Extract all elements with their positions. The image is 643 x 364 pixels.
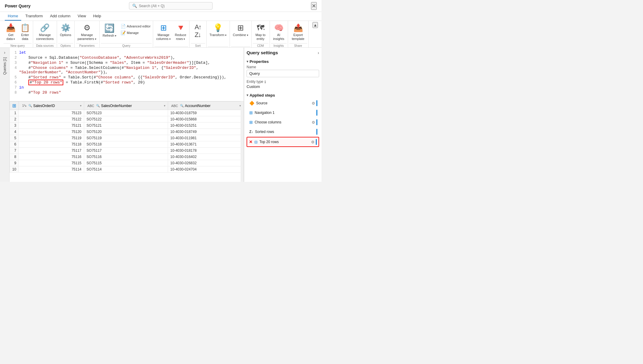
code-editor[interactable]: 1 let 2 Source = Sql.Database("ContosoDa… (10, 48, 244, 101)
step-choose-columns-gear-icon[interactable]: ⚙ (312, 120, 315, 125)
row-number-cell: 5 (10, 135, 19, 141)
search-input[interactable] (139, 4, 204, 8)
insights-group-label: Insights (271, 43, 287, 47)
vertical-scrollbar[interactable] (241, 101, 244, 182)
cell-accountnumber: 10-4030-015251 (168, 123, 243, 129)
close-button[interactable]: ✕ (311, 2, 317, 10)
get-data-button[interactable]: 📥 Getdata (4, 22, 18, 42)
reduce-rows-icon: 🔻 (176, 23, 185, 32)
table-row: 3 75121 SO75121 10-4030-015251 (10, 123, 244, 129)
advanced-editor-button[interactable]: 📄 Advanced editor (119, 23, 152, 29)
col-header-accountnumber[interactable]: ABC 🔍 AccountNumber ▾ (168, 102, 243, 110)
transform-group-label (208, 47, 228, 47)
panel-expand-icon[interactable]: › (318, 50, 319, 55)
step-choose-columns[interactable]: ⊞ Choose columns ⚙ (247, 118, 319, 127)
properties-section-label: Properties (250, 59, 269, 64)
name-property: Name Query (247, 65, 319, 80)
row-number-cell: 6 (10, 141, 19, 148)
ai-insights-button[interactable]: 🧠 AIinsights (271, 22, 287, 42)
col-sort-icon-2[interactable]: ▾ (164, 104, 165, 107)
cell-salesorderid: 75123 (19, 110, 84, 116)
step-top20rows[interactable]: ✕ ⊟ Top 20 rows ⚙ (247, 137, 319, 147)
step-sorted-rows[interactable]: Z↓ Sorted rows (247, 127, 319, 136)
step-sorted-rows-icon: Z↓ (249, 130, 253, 134)
options-button[interactable]: ⚙️ Options (58, 22, 73, 38)
combine-icon: ⊞ (237, 23, 244, 32)
cell-salesordernumber: SO75117 (84, 148, 168, 154)
col-search-icon-1: 🔍 (28, 104, 32, 107)
export-template-button[interactable]: 📤 Exporttemplate (289, 22, 307, 42)
row-number-cell: 3 (10, 123, 19, 129)
properties-toggle-icon: ▾ (247, 60, 248, 63)
refresh-icon: 🔄 (104, 23, 115, 33)
tab-add-column[interactable]: Add column (47, 12, 73, 21)
export-template-label: Exporttemplate (292, 33, 304, 41)
manage-connections-icon: 🔗 (40, 23, 50, 32)
reduce-rows-button[interactable]: 🔻 Reducerows (173, 22, 188, 42)
step-choose-columns-left: ⊞ Choose columns (249, 120, 281, 125)
search-icon: 🔍 (132, 4, 137, 8)
transform-button[interactable]: 💡 Transform (208, 22, 228, 38)
manage-parameters-icon: ⚙ (84, 23, 90, 32)
applied-steps-section-header[interactable]: ▾ Applied steps (247, 93, 319, 97)
ribbon-collapse-button[interactable]: ▲ (313, 22, 318, 28)
step-source[interactable]: 🔶 Source ⚙ (247, 99, 319, 108)
table-row: 9 75115 SO75115 10-4030-026832 (10, 160, 244, 166)
col-header-salesordernumber[interactable]: ABC 🔍 SalesOrderNumber ▾ (84, 102, 168, 110)
export-template-icon: 📤 (293, 23, 303, 32)
query-group-label: Query (101, 43, 152, 47)
manage-parameters-button[interactable]: ⚙ Manageparameters (76, 22, 98, 42)
get-data-label: Getdata (7, 33, 15, 41)
enter-data-icon: 📋 (20, 23, 30, 32)
step-navigation1-left: ⊞ Navigation 1 (249, 110, 275, 115)
data-table-container[interactable]: ⊞ 1²₃ 🔍 SalesOrderID ▾ (10, 101, 244, 182)
step-top20rows-icon: ⊟ (254, 140, 258, 144)
step-choose-columns-icon: ⊞ (249, 120, 253, 125)
tab-view[interactable]: View (75, 12, 89, 21)
refresh-button[interactable]: 🔄 Refresh (101, 22, 118, 39)
editor-area: 1 let 2 Source = Sql.Database("ContosoDa… (10, 48, 244, 182)
main-area: › Queries [1] 1 let 2 Source = Sql.Datab… (0, 48, 322, 182)
ai-insights-label: AIinsights (273, 33, 284, 41)
step-top20rows-gear-icon[interactable]: ⚙ (311, 140, 315, 144)
row-number-cell: 4 (10, 129, 19, 135)
tab-transform[interactable]: Transform (22, 12, 46, 21)
col-sort-icon-1[interactable]: ▾ (80, 104, 81, 107)
col-sort-icon-3[interactable]: ▾ (239, 104, 241, 107)
code-line-5: 5 #"Sorted rows" = Table.Sort(#"Choose c… (10, 75, 244, 80)
sort-icon: A↑Z↓ (195, 23, 201, 39)
sort-button[interactable]: A↑Z↓ (191, 22, 205, 41)
name-value[interactable]: Query (247, 70, 319, 77)
code-line-7: 7 in (10, 85, 244, 90)
map-to-entity-button[interactable]: 🗺 Map toentity (253, 22, 268, 42)
queries-panel[interactable]: › Queries [1] (0, 48, 10, 182)
manage-connections-button[interactable]: 🔗 Manageconnections (34, 22, 56, 42)
ribbon-group-options: ⚙️ Options Options (57, 21, 75, 47)
col-type-abc-icon-1: ABC (87, 104, 95, 108)
tab-home[interactable]: Home (5, 12, 21, 21)
cell-salesordernumber: SO75115 (84, 160, 168, 166)
manage-columns-button[interactable]: ⊞ Managecolumns (154, 22, 172, 42)
manage-button[interactable]: 📝 Manage (119, 30, 152, 36)
combine-button[interactable]: ⊞ Combine (231, 22, 250, 38)
cell-salesordernumber: SO75122 (84, 116, 168, 123)
properties-section-header[interactable]: ▾ Properties (247, 59, 319, 64)
advanced-editor-label: Advanced editor (127, 24, 151, 28)
col-type-abc-icon-2: ABC (170, 104, 179, 108)
table-row: 4 75120 SO75120 10-4030-018749 (10, 129, 244, 135)
step-choose-columns-bar (316, 119, 317, 125)
ai-insights-icon: 🧠 (274, 23, 284, 32)
enter-data-button[interactable]: 📋 Enterdata (19, 22, 32, 42)
step-source-gear-icon[interactable]: ⚙ (312, 101, 315, 106)
code-line-4: 4 #"Choose columns" = Table.SelectColumn… (10, 65, 244, 75)
row-number-cell: 1 (10, 110, 19, 116)
col-header-salesorderid[interactable]: 1²₃ 🔍 SalesOrderID ▾ (19, 102, 84, 110)
step-navigation1-icon: ⊞ (249, 110, 253, 115)
step-top20rows-name: Top 20 rows (259, 140, 279, 144)
step-top20rows-left: ✕ ⊟ Top 20 rows (249, 140, 279, 144)
search-box[interactable]: 🔍 (129, 2, 213, 10)
tab-help[interactable]: Help (90, 12, 104, 21)
ribbon-group-sort: A↑Z↓ Sort (190, 21, 207, 47)
panel-title: Query settings (247, 50, 278, 55)
step-navigation1[interactable]: ⊞ Navigation 1 (247, 108, 319, 117)
